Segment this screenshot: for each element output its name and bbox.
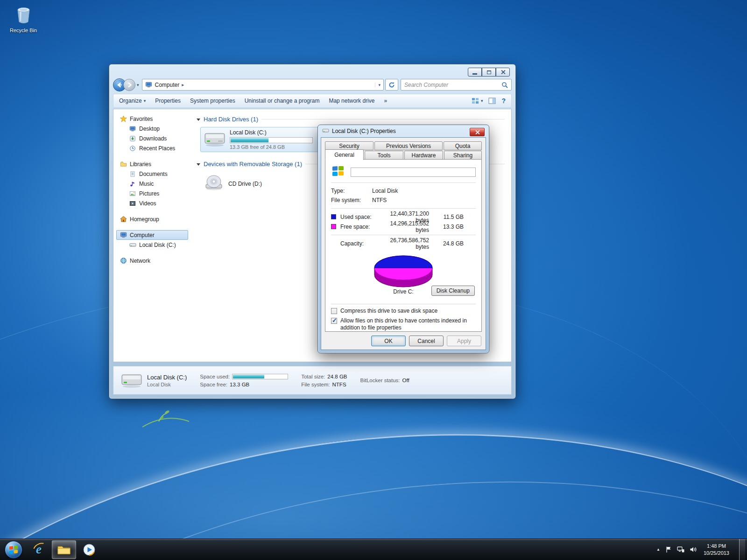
sidebar-item-local-disk-c[interactable]: Local Disk (C:): [116, 240, 188, 250]
taskbar-media-player[interactable]: [77, 540, 101, 559]
sidebar-item-videos[interactable]: Videos: [116, 198, 188, 208]
videos-icon: [129, 200, 136, 207]
drive-capacity-fill: [231, 138, 268, 142]
dialog-close-button[interactable]: [470, 128, 485, 136]
sidebar-item-computer[interactable]: Computer: [116, 230, 188, 240]
volume-icon[interactable]: [690, 546, 697, 553]
preview-pane-button[interactable]: [488, 98, 496, 104]
drive-flag-icon: [331, 165, 345, 179]
preview-pane-icon: [488, 98, 496, 104]
free-space-size: 13.3 GB: [437, 224, 464, 230]
taskbar-internet-explorer[interactable]: e: [27, 540, 51, 559]
cancel-button[interactable]: Cancel: [409, 336, 444, 346]
sidebar-item-downloads[interactable]: Downloads: [116, 133, 188, 143]
hard-drive-icon: [129, 241, 136, 249]
details-item-name: Local Disk (C:): [147, 374, 187, 381]
breadcrumb[interactable]: Computer ▸ ▾: [142, 79, 384, 91]
taskbar: e ▲ 1:48 PM 10/25/2013: [0, 539, 747, 560]
properties-command[interactable]: Properties: [155, 98, 181, 104]
views-icon: [472, 98, 479, 104]
sidebar-item-pictures[interactable]: Pictures: [116, 189, 188, 198]
sidebar-item-documents[interactable]: Documents: [116, 169, 188, 179]
details-space-free-value: 13.3 GB: [230, 382, 249, 387]
organize-menu[interactable]: Organize ▾: [119, 98, 146, 104]
drive-capacity-bar: [230, 137, 313, 143]
sidebar-item-recent-places[interactable]: Recent Places: [116, 143, 188, 153]
map-network-drive-command[interactable]: Map network drive: [329, 98, 374, 104]
tab-tools[interactable]: Tools: [365, 151, 403, 160]
toolbar-overflow-chevron[interactable]: »: [384, 98, 387, 104]
details-space-used-bar: [232, 374, 288, 379]
sidebar-item-music[interactable]: Music: [116, 179, 188, 189]
documents-icon: [129, 170, 136, 178]
general-tab-page: Type:Local Disk File system:NTFS Used sp…: [325, 159, 482, 332]
breadcrumb-separator-icon[interactable]: ▸: [182, 82, 184, 87]
disk-cleanup-button[interactable]: Disk Cleanup: [431, 286, 475, 296]
collapse-group-icon: [197, 119, 200, 121]
forward-button[interactable]: [123, 79, 135, 91]
minimize-button[interactable]: [468, 68, 482, 77]
drive-name: Local Disk (C:): [230, 129, 313, 136]
compress-option[interactable]: Compress this drive to save disk space: [331, 308, 476, 315]
help-button[interactable]: ?: [501, 97, 506, 105]
volume-label-input[interactable]: [351, 168, 476, 177]
computer-icon: [120, 231, 127, 239]
taskbar-windows-explorer[interactable]: [52, 540, 76, 559]
window-caption-buttons: [468, 68, 510, 77]
taskbar-clock[interactable]: 1:48 PM 10/25/2013: [704, 543, 729, 556]
uninstall-command[interactable]: Uninstall or change a program: [245, 98, 320, 104]
recent-pages-caret[interactable]: ▾: [137, 83, 139, 87]
recycle-bin-label: Recycle Bin: [4, 28, 43, 33]
wallpaper-sprig: [140, 394, 191, 432]
chevron-down-icon: ▾: [144, 98, 146, 103]
index-option[interactable]: ✓ Allow files on this drive to have cont…: [331, 317, 476, 331]
ok-button[interactable]: OK: [371, 336, 406, 346]
search-icon[interactable]: [501, 82, 508, 88]
start-button[interactable]: [5, 541, 22, 559]
used-space-swatch: [331, 214, 336, 219]
change-view-button[interactable]: ▾: [472, 98, 483, 104]
sidebar-item-libraries[interactable]: Libraries: [116, 159, 188, 169]
dialog-title: Local Disk (C:) Properties: [332, 128, 396, 134]
address-dropdown-caret[interactable]: ▾: [375, 83, 381, 87]
maximize-button[interactable]: [482, 68, 496, 77]
sidebar-item-desktop[interactable]: Desktop: [116, 124, 188, 133]
details-filesystem-value: NTFS: [332, 382, 346, 387]
cd-drive-item[interactable]: CD Drive (D:): [201, 172, 309, 195]
checkmark-icon: ✓: [332, 317, 337, 324]
details-total-size-value: 24.8 GB: [327, 374, 347, 379]
sidebar-item-homegroup[interactable]: Homegroup: [116, 214, 188, 224]
action-center-flag-icon[interactable]: [665, 546, 672, 553]
close-button[interactable]: [496, 68, 510, 77]
drive-type-value: Local Disk: [372, 188, 398, 194]
search-box: [401, 79, 512, 91]
disk-usage-pie-chart: [364, 250, 443, 289]
show-hidden-icons-button[interactable]: ▲: [656, 547, 660, 552]
tab-previous-versions[interactable]: Previous Versions: [374, 141, 443, 150]
system-properties-command[interactable]: System properties: [190, 98, 235, 104]
downloads-icon: [129, 135, 136, 142]
tab-sharing[interactable]: Sharing: [444, 151, 482, 160]
sidebar-item-favorites[interactable]: Favorites: [116, 114, 188, 124]
tab-hardware[interactable]: Hardware: [404, 151, 443, 160]
compress-checkbox[interactable]: [331, 308, 337, 314]
breadcrumb-segment[interactable]: Computer: [155, 82, 180, 88]
drive-free-space-text: 13.3 GB free of 24.8 GB: [230, 144, 313, 150]
drive-c-item[interactable]: Local Disk (C:) 13.3 GB free of 24.8 GB: [200, 127, 323, 152]
used-space-size: 11.5 GB: [437, 214, 464, 220]
group-header-hard-disks[interactable]: Hard Disk Drives (1): [197, 116, 505, 123]
tab-general[interactable]: General: [325, 149, 364, 160]
search-input[interactable]: [404, 82, 499, 88]
pictures-icon: [129, 190, 136, 197]
star-icon: [120, 115, 127, 123]
network-status-icon[interactable]: [677, 546, 684, 553]
index-checkbox[interactable]: ✓: [331, 318, 337, 324]
sidebar-item-network[interactable]: Network: [116, 256, 188, 266]
refresh-button[interactable]: [385, 79, 398, 91]
forward-arrow-icon: [126, 81, 133, 89]
homegroup-icon: [120, 216, 127, 223]
show-desktop-button[interactable]: [739, 539, 745, 560]
recycle-bin[interactable]: Recycle Bin: [4, 4, 43, 33]
music-icon: [129, 180, 136, 188]
tab-quota[interactable]: Quota: [444, 141, 482, 150]
